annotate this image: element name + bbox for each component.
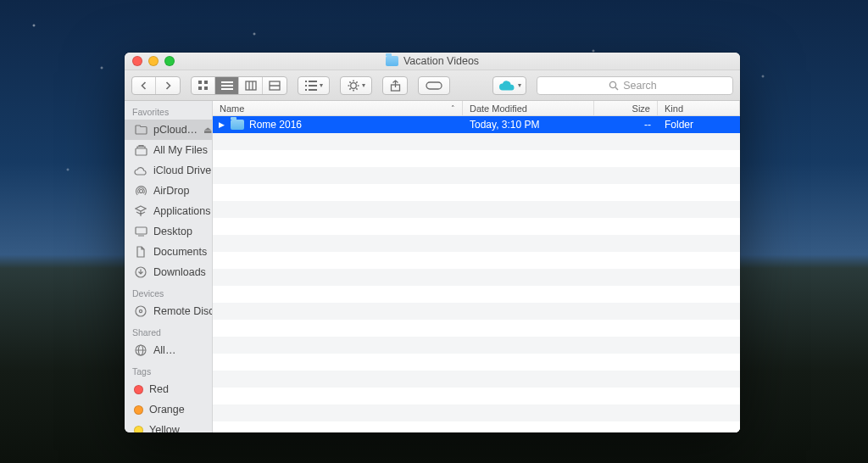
svg-rect-6 — [221, 88, 233, 90]
tag-dot-icon — [134, 405, 143, 415]
svg-rect-16 — [305, 89, 307, 91]
svg-rect-0 — [198, 81, 202, 84]
sidebar-header-shared: Shared — [125, 321, 212, 340]
svg-rect-3 — [204, 86, 208, 90]
file-date: Today, 3:10 PM — [463, 119, 594, 131]
column-view-button[interactable] — [239, 77, 263, 94]
file-kind: Folder — [658, 119, 740, 131]
back-button[interactable] — [132, 77, 156, 94]
sidebar-item-label: Applications — [153, 204, 210, 219]
tags-button[interactable] — [418, 76, 450, 95]
sidebar-tag-orange[interactable]: Orange — [125, 399, 212, 420]
sidebar-item-label: All My Files — [153, 142, 208, 158]
search-icon — [609, 81, 619, 91]
column-header-name[interactable]: Name˄ — [213, 101, 463, 115]
file-list: Name˄ Date Modified Size Kind ▶ Rome 201… — [213, 101, 740, 432]
nav-buttons — [131, 76, 181, 95]
close-button[interactable] — [132, 56, 142, 66]
minimize-button[interactable] — [148, 56, 159, 66]
sort-ascending-icon: ˄ — [451, 104, 455, 113]
svg-line-25 — [349, 88, 350, 89]
svg-line-26 — [356, 81, 357, 82]
sidebar-item-remote-disc[interactable]: Remote Disc — [125, 301, 212, 321]
arrange-menu-button[interactable]: ▾ — [298, 76, 330, 95]
sidebar-item-documents[interactable]: Documents — [125, 242, 212, 262]
forward-button[interactable] — [156, 77, 180, 94]
titlebar[interactable]: Vacation Videos — [125, 53, 740, 70]
search-placeholder: Search — [623, 80, 657, 92]
folder-icon — [386, 56, 398, 66]
file-rows[interactable]: ▶ Rome 2016 Today, 3:10 PM -- Folder — [213, 116, 740, 432]
all-my-files-icon — [134, 143, 147, 157]
coverflow-view-button[interactable] — [263, 77, 287, 94]
disc-icon — [134, 304, 147, 318]
desktop-icon — [134, 225, 147, 238]
window-title: Vacation Videos — [125, 55, 740, 67]
maximize-button[interactable] — [164, 56, 175, 66]
sidebar-item-pcloud[interactable]: pCloud… ⏏ — [125, 120, 212, 140]
column-header-kind[interactable]: Kind — [658, 101, 740, 115]
view-switcher — [191, 76, 287, 95]
sidebar-item-icloud-drive[interactable]: iCloud Drive — [125, 160, 212, 181]
svg-line-23 — [349, 81, 350, 82]
action-menu-button[interactable]: ▾ — [340, 76, 372, 95]
svg-rect-15 — [309, 85, 317, 86]
svg-rect-4 — [221, 81, 233, 83]
sidebar-item-label: Remote Disc — [153, 304, 212, 319]
svg-point-32 — [139, 189, 142, 192]
finder-window: Vacation Videos ▾ ▾ — [125, 53, 740, 432]
tag-dot-icon — [134, 385, 143, 394]
list-view-button[interactable] — [215, 77, 239, 94]
airdrop-icon — [134, 184, 147, 198]
eject-icon[interactable]: ⏏ — [203, 122, 212, 137]
documents-icon — [134, 245, 147, 259]
column-headers: Name˄ Date Modified Size Kind — [213, 101, 740, 116]
svg-point-29 — [610, 81, 616, 87]
file-name: Rome 2016 — [249, 119, 302, 131]
network-icon — [134, 343, 147, 357]
sidebar-tag-red[interactable]: Red — [125, 379, 212, 399]
svg-rect-5 — [221, 85, 233, 86]
svg-rect-1 — [204, 81, 208, 84]
tag-dot-icon — [134, 426, 143, 433]
icloud-icon — [134, 164, 147, 177]
icon-view-button[interactable] — [192, 77, 215, 94]
column-header-date[interactable]: Date Modified — [463, 101, 594, 115]
window-title-text: Vacation Videos — [403, 55, 479, 67]
sidebar-item-airdrop[interactable]: AirDrop — [125, 181, 212, 201]
svg-rect-17 — [309, 89, 317, 91]
sidebar-item-label: Desktop — [153, 224, 192, 239]
icloud-button[interactable]: ▾ — [492, 76, 526, 95]
column-header-size[interactable]: Size — [594, 101, 658, 115]
svg-point-37 — [139, 310, 142, 312]
downloads-icon — [134, 265, 147, 279]
applications-icon — [134, 204, 147, 218]
search-field[interactable]: Search — [537, 76, 733, 95]
sidebar-tag-yellow[interactable]: Yellow — [125, 420, 212, 432]
sidebar-item-all-my-files[interactable]: All My Files — [125, 140, 212, 160]
sidebar-item-label: Yellow — [149, 422, 180, 432]
desktop-wallpaper: Vacation Videos ▾ ▾ — [0, 0, 868, 463]
share-button[interactable] — [382, 76, 408, 95]
file-row[interactable]: ▶ Rome 2016 Today, 3:10 PM -- Folder — [213, 116, 740, 133]
svg-rect-2 — [198, 86, 202, 90]
folder-icon — [231, 120, 244, 130]
disclosure-triangle-icon[interactable]: ▶ — [218, 120, 225, 129]
svg-point-36 — [136, 306, 146, 316]
svg-rect-13 — [309, 81, 317, 82]
sidebar-item-shared-all[interactable]: All… — [125, 340, 212, 360]
svg-rect-14 — [305, 85, 307, 86]
sidebar-item-downloads[interactable]: Downloads — [125, 262, 212, 282]
sidebar-item-applications[interactable]: Applications — [125, 201, 212, 221]
sidebar-item-label: Downloads — [153, 265, 206, 280]
folder-icon — [134, 123, 147, 137]
svg-point-18 — [350, 82, 356, 88]
sidebar-item-desktop[interactable]: Desktop — [125, 221, 212, 242]
sidebar-header-favorites: Favorites — [125, 101, 212, 120]
sidebar-item-label: AirDrop — [153, 183, 189, 198]
traffic-lights — [125, 56, 175, 66]
chevron-down-icon: ▾ — [320, 81, 323, 89]
sidebar-item-label: iCloud Drive — [153, 163, 211, 178]
sidebar-item-label: pCloud… — [153, 122, 198, 137]
svg-line-30 — [615, 87, 618, 90]
